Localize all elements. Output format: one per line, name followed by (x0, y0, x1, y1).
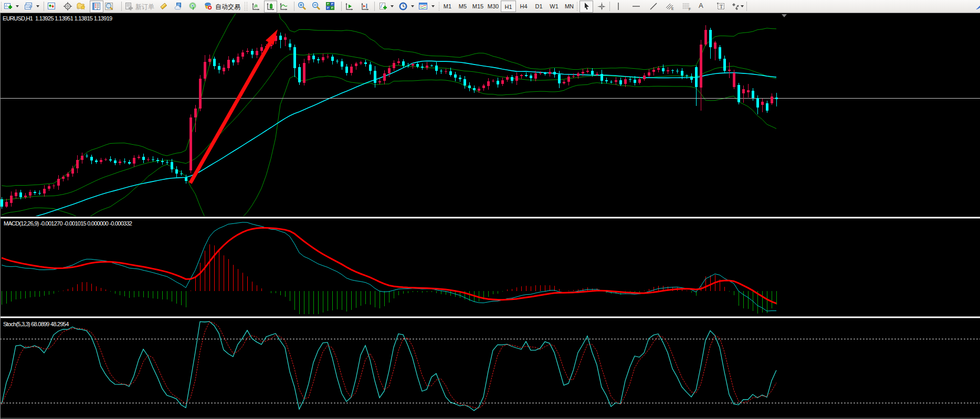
svg-text:E: E (671, 7, 674, 10)
svg-text:EURUSD,H1 1.13925 1.13951 1.1: EURUSD,H1 1.13925 1.13951 1.13815 1.1391… (3, 15, 112, 22)
svg-text:Stoch(5,3,3) 68.0899 48.2954: Stoch(5,3,3) 68.0899 48.2954 (3, 321, 69, 327)
svg-text:T: T (720, 4, 723, 9)
svg-text:F: F (689, 7, 691, 11)
svg-text:MACD(12,26,9) -0.001270 -0.001: MACD(12,26,9) -0.001270 -0.001015 0.0000… (4, 220, 132, 227)
